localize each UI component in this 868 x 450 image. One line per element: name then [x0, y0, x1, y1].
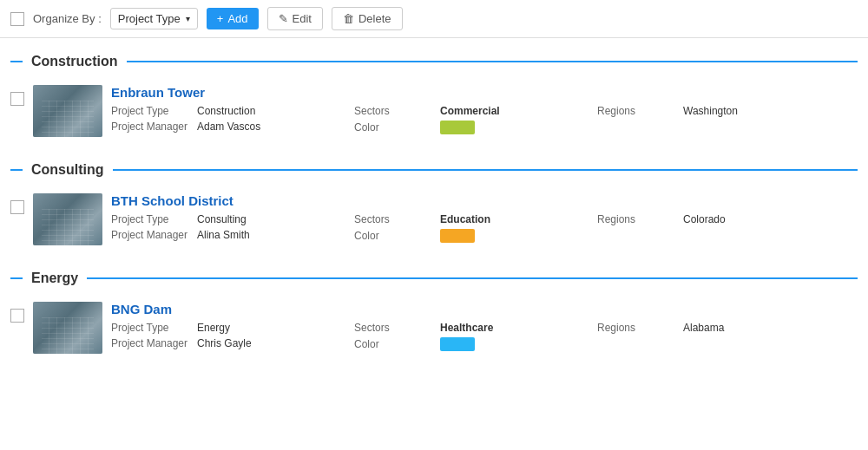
edit-icon: ✎	[279, 12, 288, 25]
chevron-down-icon: ▾	[186, 14, 190, 23]
section-title-construction: Construction	[31, 54, 118, 69]
project-manager-label: Project Manager	[111, 121, 194, 133]
sectors-value: Healthcare	[440, 322, 493, 334]
project-manager-value: Chris Gayle	[197, 337, 252, 349]
project-checkbox-enbraun-tower[interactable]	[10, 92, 24, 106]
sectors-value: Commercial	[440, 105, 500, 117]
add-label: Add	[227, 12, 247, 25]
organize-by-value: Project Type	[118, 12, 181, 25]
sectors-label: Sectors	[354, 322, 437, 334]
color-line: Color	[354, 121, 597, 134]
section-line-left	[10, 277, 23, 279]
project-manager-line: Project Manager Adam Vascos	[111, 121, 354, 133]
organize-label: Organize By :	[33, 12, 102, 25]
sectors-label: Sectors	[354, 105, 437, 117]
sectors-line: Sectors Education	[354, 213, 597, 225]
delete-label: Delete	[358, 12, 391, 25]
project-row-enbraun-tower: Enbraun Tower Project Type Construction …	[0, 76, 868, 147]
trash-icon: 🗑	[343, 12, 354, 25]
project-info-enbraun-tower: Enbraun Tower Project Type Construction …	[111, 85, 858, 138]
add-button[interactable]: + Add	[207, 8, 259, 29]
project-image-bng-dam	[33, 302, 102, 354]
project-manager-label: Project Manager	[111, 337, 194, 349]
project-checkbox-bth-school-district[interactable]	[10, 200, 24, 214]
project-info-bth-school-district: BTH School District Project Type Consult…	[111, 193, 858, 246]
color-label: Color	[354, 230, 437, 242]
sectors-label: Sectors	[354, 213, 437, 225]
project-name-bng-dam[interactable]: BNG Dam	[111, 302, 858, 316]
color-line: Color	[354, 337, 597, 351]
organize-by-select[interactable]: Project Type ▾	[110, 8, 198, 29]
detail-center-bng-dam: Sectors Healthcare Color	[354, 322, 597, 355]
project-type-value: Consulting	[197, 213, 247, 225]
project-name-enbraun-tower[interactable]: Enbraun Tower	[111, 85, 858, 100]
color-label: Color	[354, 121, 437, 134]
project-type-label: Project Type	[111, 105, 194, 117]
detail-left-enbraun-tower: Project Type Construction Project Manage…	[111, 105, 354, 136]
regions-line: Regions Colorado	[597, 213, 771, 225]
project-details-bth-school-district: Project Type Consulting Project Manager …	[111, 213, 858, 246]
color-swatch	[440, 229, 475, 243]
project-manager-label: Project Manager	[111, 229, 194, 241]
edit-button[interactable]: ✎ Edit	[267, 7, 323, 30]
regions-label: Regions	[597, 213, 680, 225]
color-line: Color	[354, 229, 597, 243]
project-type-label: Project Type	[111, 213, 194, 225]
project-manager-value: Alina Smith	[197, 229, 250, 241]
project-image-enbraun-tower	[33, 85, 102, 137]
color-swatch	[440, 337, 475, 351]
plus-icon: +	[217, 12, 224, 25]
project-manager-line: Project Manager Alina Smith	[111, 229, 354, 241]
section-header-consulting: Consulting	[10, 162, 858, 178]
project-manager-line: Project Manager Chris Gayle	[111, 337, 354, 349]
project-type-line: Project Type Construction	[111, 105, 354, 117]
project-manager-value: Adam Vascos	[197, 121, 260, 133]
detail-center-enbraun-tower: Sectors Commercial Color	[354, 105, 597, 138]
project-type-value: Construction	[197, 105, 255, 117]
sectors-line: Sectors Healthcare	[354, 322, 597, 334]
section-title-energy: Energy	[31, 271, 78, 286]
project-type-line: Project Type Consulting	[111, 213, 354, 225]
section-title-consulting: Consulting	[31, 162, 104, 178]
project-row-bng-dam: BNG Dam Project Type Energy Project Mana…	[0, 293, 868, 363]
detail-center-bth-school-district: Sectors Education Color	[354, 213, 597, 246]
detail-right-bng-dam: Regions Alabama	[597, 322, 771, 337]
project-details-bng-dam: Project Type Energy Project Manager Chri…	[111, 322, 858, 355]
project-type-label: Project Type	[111, 322, 194, 334]
select-all-checkbox[interactable]	[10, 12, 24, 26]
section-line-right	[113, 169, 858, 171]
project-image-bth-school-district	[33, 193, 102, 245]
section-line-left	[10, 169, 23, 171]
toolbar: Organize By : Project Type ▾ + Add ✎ Edi…	[0, 0, 868, 38]
regions-value: Colorado	[683, 213, 726, 225]
sectors-value: Education	[440, 213, 490, 225]
project-type-value: Energy	[197, 322, 230, 334]
project-row-bth-school-district: BTH School District Project Type Consult…	[0, 185, 868, 255]
regions-line: Regions Washington	[597, 105, 771, 117]
project-checkbox-bng-dam[interactable]	[10, 309, 24, 323]
project-details-enbraun-tower: Project Type Construction Project Manage…	[111, 105, 858, 138]
section-line-right	[127, 61, 858, 62]
regions-label: Regions	[597, 105, 680, 117]
detail-right-bth-school-district: Regions Colorado	[597, 213, 771, 229]
regions-value: Washington	[683, 105, 738, 117]
regions-value: Alabama	[683, 322, 724, 334]
sections-container: Construction Enbraun Tower Project Type …	[0, 54, 868, 363]
project-type-line: Project Type Energy	[111, 322, 354, 334]
color-label: Color	[354, 338, 437, 350]
color-swatch	[440, 121, 475, 134]
detail-right-enbraun-tower: Regions Washington	[597, 105, 771, 121]
sectors-line: Sectors Commercial	[354, 105, 597, 117]
project-info-bng-dam: BNG Dam Project Type Energy Project Mana…	[111, 302, 858, 355]
detail-left-bth-school-district: Project Type Consulting Project Manager …	[111, 213, 354, 245]
detail-left-bng-dam: Project Type Energy Project Manager Chri…	[111, 322, 354, 353]
delete-button[interactable]: 🗑 Delete	[332, 7, 403, 30]
regions-label: Regions	[597, 322, 680, 334]
edit-label: Edit	[293, 12, 312, 25]
section-line-right	[87, 277, 858, 279]
section-line-left	[10, 61, 23, 62]
section-header-construction: Construction	[10, 54, 858, 69]
regions-line: Regions Alabama	[597, 322, 771, 334]
project-name-bth-school-district[interactable]: BTH School District	[111, 193, 858, 208]
section-header-energy: Energy	[10, 271, 858, 286]
